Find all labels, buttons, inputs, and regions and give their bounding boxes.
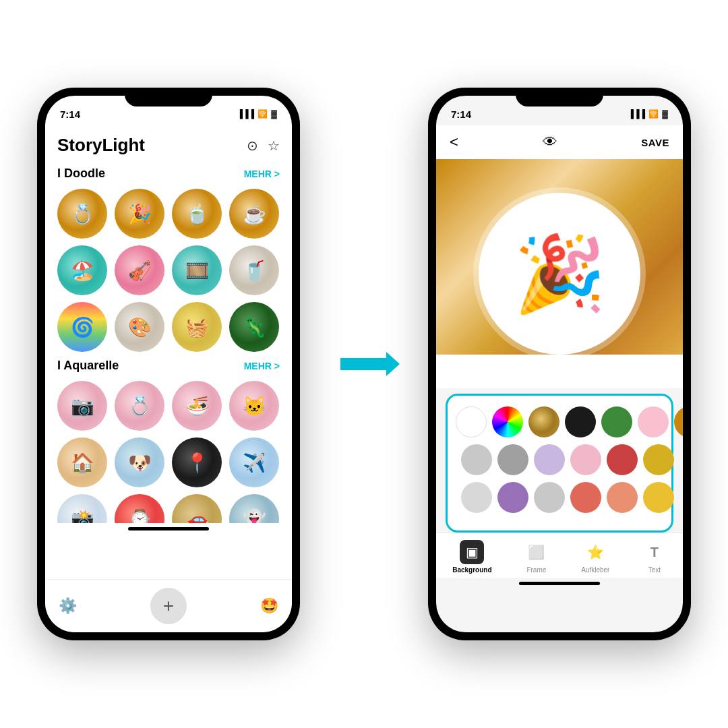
swatch-bright-yellow[interactable] [643, 482, 674, 513]
swatch-lavender[interactable] [534, 444, 565, 475]
aqua-watch[interactable]: ⌚ [115, 494, 164, 523]
aquarelle-row-3: 📸 ⌚ 🚗 👻 [57, 494, 280, 523]
phone-2-inner: 7:14 ▐▐▐ 🛜 ▓ < 👁 SAVE 🎉 [436, 96, 683, 632]
tab-frame-label: Frame [526, 566, 546, 574]
swatch-coral[interactable] [570, 482, 601, 513]
app-screen: StoryLight ⊙ ☆ I Doodle MEHR > 💍 🎉 🍵 [45, 125, 292, 523]
wifi-icon: 🛜 [257, 109, 268, 119]
aquarelle-row-2: 🏠 🐶 📍 ✈️ [57, 437, 280, 487]
text-icon-glyph: T [650, 545, 659, 560]
tab-aufkleber[interactable]: ⭐ Aufkleber [581, 540, 609, 574]
party-popper-icon: 🎉 [514, 231, 606, 317]
aqua-dog[interactable]: 🐶 [115, 437, 164, 487]
aqua-cat[interactable]: 🐱 [229, 381, 279, 431]
doodle-row-3: 🌀 🎨 🧺 🦎 [57, 302, 280, 352]
editor-header: < 👁 SAVE [436, 125, 683, 159]
aqua-ghost[interactable]: 👻 [229, 494, 279, 523]
color-row-3 [456, 482, 663, 513]
status-time-1: 7:14 [60, 109, 80, 120]
aqua-photos[interactable]: 📷 [57, 381, 107, 431]
tab-text[interactable]: T Text [642, 540, 667, 574]
doodle-art[interactable]: 🎨 [115, 302, 164, 352]
doodle-drink[interactable]: 🍵 [172, 189, 222, 239]
scene: 7:14 ▐▐▐ 🛜 ▓ StoryLight ⊙ ☆ [0, 0, 728, 728]
swatch-yellow[interactable] [643, 444, 674, 475]
aqua-rings[interactable]: 💍 [115, 381, 164, 431]
aquarelle-mehr[interactable]: MEHR > [244, 361, 280, 371]
phone-1-inner: 7:14 ▐▐▐ 🛜 ▓ StoryLight ⊙ ☆ [45, 96, 292, 632]
tab-background[interactable]: ▣ Background [452, 540, 491, 574]
doodle-beach[interactable]: 🏖️ [57, 245, 107, 295]
swatch-leaf[interactable] [601, 406, 632, 437]
aqua-bowl[interactable]: 🍜 [172, 381, 222, 431]
notch-2 [516, 88, 603, 107]
swatch-globe[interactable] [528, 406, 559, 437]
swatch-light-gray[interactable] [461, 482, 492, 513]
star-icon[interactable]: ☆ [268, 138, 280, 154]
doodle-music[interactable]: 🎻 [115, 245, 164, 295]
plus-button[interactable]: + [150, 588, 187, 624]
battery-icon-2: ▓ [662, 109, 668, 119]
tab-text-label: Text [648, 566, 661, 574]
status-icons-2: ▐▐▐ 🛜 ▓ [628, 109, 668, 119]
aqua-car[interactable]: 🚗 [172, 494, 222, 523]
tab-frame-icon: ⬜ [524, 540, 549, 564]
doodle-section-header: I Doodle MEHR > [57, 166, 280, 181]
notch-1 [125, 88, 212, 107]
doodle-film[interactable]: 🎞️ [172, 245, 222, 295]
background-icon-glyph: ▣ [466, 544, 479, 560]
swatch-purple[interactable] [497, 482, 528, 513]
doodle-row-1: 💍 🎉 🍵 ☕ [57, 189, 280, 239]
settings-icon[interactable]: ⚙️ [59, 597, 77, 615]
tab-frame[interactable]: ⬜ Frame [524, 540, 549, 574]
bottom-nav: ⚙️ + 🤩 [45, 579, 292, 632]
aquarelle-title: I Aquarelle [57, 359, 119, 373]
wifi-icon-2: 🛜 [648, 109, 659, 119]
home-indicator-2 [519, 582, 600, 585]
aquarelle-section-header: I Aquarelle MEHR > [57, 359, 280, 373]
swatch-gold[interactable] [674, 406, 683, 437]
color-row-2 [456, 444, 663, 475]
highlight-icon-circle: 🎉 [479, 193, 640, 355]
status-time-2: 7:14 [451, 109, 471, 120]
arrow-body [340, 358, 388, 370]
doodle-ring[interactable]: 💍 [57, 189, 107, 239]
doodle-basket[interactable]: 🧺 [172, 302, 222, 352]
preview-icon[interactable]: 👁 [543, 133, 557, 151]
save-button[interactable]: SAVE [641, 137, 669, 148]
instagram-icon[interactable]: ⊙ [247, 138, 258, 154]
phone-2: 7:14 ▐▐▐ 🛜 ▓ < 👁 SAVE 🎉 [428, 88, 691, 640]
color-panel [446, 394, 673, 533]
doodle-cup2[interactable]: 🥤 [229, 245, 279, 295]
face-icon[interactable]: 🤩 [260, 597, 278, 615]
back-button[interactable]: < [450, 133, 458, 151]
swatch-black[interactable] [565, 406, 596, 437]
swatch-white[interactable] [456, 406, 487, 437]
doodle-party[interactable]: 🎉 [115, 189, 164, 239]
doodle-swirl[interactable]: 🌀 [57, 302, 107, 352]
aqua-location[interactable]: 📍 [172, 437, 222, 487]
swatch-blush[interactable] [570, 444, 601, 475]
doodle-nature[interactable]: 🦎 [229, 302, 279, 352]
aqua-plane[interactable]: ✈️ [229, 437, 279, 487]
swatch-pink-lock[interactable] [638, 406, 669, 437]
editor-canvas: 🎉 [436, 159, 683, 388]
swatch-rainbow[interactable] [492, 406, 523, 437]
swatch-gray1[interactable] [461, 444, 492, 475]
signal-icon-2: ▐▐▐ [628, 109, 646, 119]
app-header: StoryLight ⊙ ☆ [57, 125, 280, 166]
frame-icon-glyph: ⬜ [528, 544, 545, 560]
swatch-gray2[interactable] [497, 444, 528, 475]
header-icons: ⊙ ☆ [247, 138, 280, 154]
swatch-silver[interactable] [534, 482, 565, 513]
tab-text-icon: T [642, 540, 667, 564]
tab-aufkleber-icon: ⭐ [583, 540, 607, 564]
aqua-camera[interactable]: 📸 [57, 494, 107, 523]
swatch-red[interactable] [607, 444, 638, 475]
aqua-house[interactable]: 🏠 [57, 437, 107, 487]
home-indicator-1 [128, 527, 209, 530]
swatch-salmon[interactable] [607, 482, 638, 513]
app-title: StoryLight [57, 135, 145, 156]
doodle-coffee[interactable]: ☕ [229, 189, 279, 239]
doodle-mehr[interactable]: MEHR > [244, 169, 280, 179]
